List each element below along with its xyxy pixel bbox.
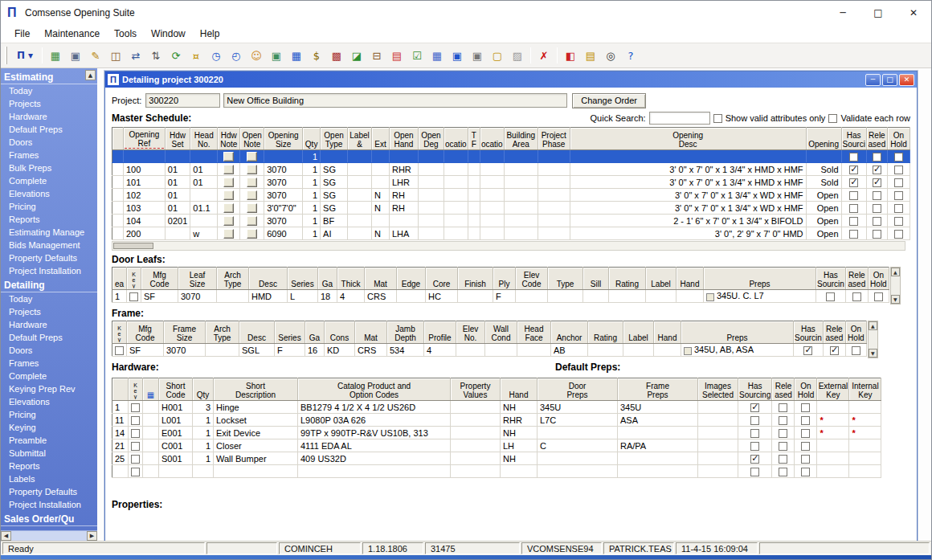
column-header-sel[interactable] (112, 128, 124, 150)
column-header-rating[interactable]: Rating (588, 321, 623, 344)
cell-hdw-note[interactable] (218, 176, 240, 189)
cell-open-note[interactable] (240, 176, 264, 189)
scroll-up-icon[interactable]: ▲ (891, 268, 900, 276)
cell-released[interactable] (772, 439, 795, 452)
column-header-key[interactable]: K e y (112, 321, 127, 344)
delete-icon[interactable]: ✗ (534, 46, 554, 65)
key-icon[interactable]: ¤ (186, 46, 206, 65)
column-header-sill[interactable]: Sill (583, 268, 609, 290)
column-header-has-sourcing[interactable]: Has Sourcin (816, 268, 846, 290)
cell-short-code[interactable]: C001 (159, 439, 193, 452)
cell-building-area[interactable] (504, 150, 538, 163)
cell-has-sourcing[interactable] (841, 150, 866, 163)
cell-tf[interactable] (468, 150, 480, 163)
sidebar-scroll-left-icon[interactable]: ◀ (1, 531, 11, 541)
cell-short-code[interactable]: S001 (159, 452, 193, 465)
cell-released[interactable] (866, 202, 887, 215)
column-header-thick[interactable]: Thick (337, 268, 365, 290)
column-header-ply[interactable]: Ply (493, 268, 516, 290)
cell-profile[interactable]: 4 (424, 344, 456, 357)
sidebar-item-keying-prep-rev[interactable]: Keying Prep Rev (1, 382, 97, 395)
cell-qty[interactable]: 1 (303, 202, 321, 215)
cell-open-hand[interactable]: RH (389, 202, 418, 215)
column-header-property-values[interactable]: Property Values (451, 378, 501, 401)
cell-size[interactable]: 3070 (264, 189, 303, 202)
row-checkbox[interactable] (115, 346, 124, 355)
child-close-button[interactable]: ✕ (899, 74, 914, 86)
cell-open-deg[interactable] (418, 189, 444, 202)
cell-qty[interactable]: 1 (193, 414, 214, 427)
sidebar-item-projects[interactable]: Projects (1, 97, 97, 110)
cell-images-selected[interactable] (698, 401, 738, 414)
cell-open-type[interactable]: BF (321, 215, 348, 227)
cell-catalog[interactable]: 99TP x 990TP-R&V US10B, 313 (298, 427, 451, 439)
cell-released[interactable] (866, 189, 887, 202)
column-header-head-face[interactable]: Head Face (517, 321, 551, 344)
grid-row[interactable]: 1SF3070HMDL184CRSHCF345U. C. L7 (112, 290, 889, 303)
column-header-head-no[interactable]: Head No. (190, 128, 218, 150)
column-header-cons[interactable]: Cons (325, 321, 355, 344)
cell-internal-key[interactable] (849, 401, 881, 414)
cell-released[interactable] (772, 452, 795, 465)
row-checkbox[interactable] (873, 230, 881, 239)
cell-ref[interactable]: 103 (123, 202, 165, 215)
cell-released[interactable] (866, 227, 887, 240)
cell-desc[interactable]: 3' 0" x 7' 0" x 1 3/4" x HMD x HMF (570, 163, 806, 176)
cell-property-values[interactable] (451, 439, 501, 452)
column-header-series[interactable]: Series (275, 321, 305, 344)
cell-desc[interactable]: 3' 0" x 7' 0" x 1 3/4" x WD x HMF (570, 189, 806, 202)
save-icon[interactable]: ▣ (448, 46, 467, 65)
column-header-open-note[interactable]: Open Note (240, 128, 264, 150)
column-header-label[interactable]: Label (646, 268, 677, 290)
cell-catalog[interactable]: BB1279 4 1/2 X 4 1/2 US26D (298, 401, 451, 414)
cell-icon[interactable] (143, 439, 159, 452)
cell-key[interactable] (129, 414, 143, 427)
row-checkbox[interactable] (779, 416, 787, 425)
column-header-leaf-size[interactable]: Leaf Size (178, 268, 217, 290)
column-header-type[interactable]: Type (548, 268, 583, 290)
column-header-mfg-code[interactable]: Mfg Code (127, 321, 164, 344)
cell-has-sourcing[interactable] (738, 452, 772, 465)
sidebar-item-property-defaults[interactable]: Property Defaults (1, 251, 97, 264)
note-button[interactable] (223, 165, 234, 174)
cell-has-sourcing[interactable] (738, 439, 772, 452)
cell-location2[interactable] (480, 215, 504, 227)
cell-building-area[interactable] (504, 163, 538, 176)
cell-on-hold[interactable] (868, 290, 889, 303)
cell-open-deg[interactable] (418, 163, 444, 176)
cell-hdw-note[interactable] (218, 163, 240, 176)
grid-row[interactable]: 21C0011Closer4111 EDA ALLHCRA/PA (112, 439, 881, 452)
cell-qty[interactable]: 1 (193, 452, 214, 465)
cell-icon[interactable] (143, 427, 159, 439)
cell-project-phase[interactable] (538, 202, 570, 215)
cell-released[interactable] (772, 414, 795, 427)
row-checkbox[interactable] (852, 346, 860, 355)
column-header-mfg-code[interactable]: Mfg Code (141, 268, 178, 290)
cell-external-key[interactable] (817, 465, 849, 478)
row-checkbox[interactable] (873, 204, 881, 213)
cell-images-selected[interactable] (698, 465, 738, 478)
find-icon[interactable]: ◎ (601, 46, 620, 65)
row-checkbox[interactable] (852, 292, 861, 301)
column-header-mat[interactable]: Mat (355, 321, 387, 344)
cell-head-no[interactable]: 01.1 (190, 202, 218, 215)
column-header-door-preps[interactable]: Door Preps (538, 378, 618, 401)
master-hscrollbar[interactable] (112, 241, 905, 251)
cell-num[interactable]: 1 (112, 401, 129, 414)
row-checkbox[interactable] (801, 416, 810, 425)
column-header-tf[interactable]: T F (468, 128, 480, 150)
cell-property-values[interactable] (451, 401, 501, 414)
cell-on-hold[interactable] (887, 176, 910, 189)
doors-icon[interactable]: ◫ (106, 46, 125, 65)
row-checkbox[interactable] (873, 153, 881, 161)
cell-on-hold[interactable] (795, 439, 817, 452)
child-minimize-button[interactable]: ─ (865, 74, 881, 86)
note-button[interactable] (247, 216, 257, 226)
cell-sel[interactable] (112, 163, 124, 176)
row-checkbox[interactable] (131, 455, 140, 464)
cell-sel[interactable] (112, 227, 124, 240)
cell-qty[interactable]: 1 (303, 176, 321, 189)
sidebar-scroll-up-icon[interactable]: ▲ (85, 70, 96, 80)
cell-mfg-code[interactable]: SF (127, 344, 164, 357)
cell-door-preps[interactable] (538, 452, 618, 465)
